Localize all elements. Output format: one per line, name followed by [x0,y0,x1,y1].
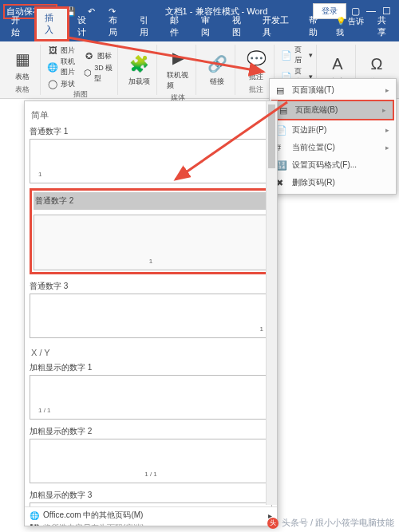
links-button[interactable]: 🔗链接 [203,51,231,89]
page-bottom-icon: ▤ [279,105,290,116]
submenu-page-top[interactable]: ▤页面顶端(T)▸ [270,81,396,99]
ribbon-tabs: 开始 插入 设计 布局 引用 邮件 审阅 视图 开发工具 帮助 💡 告诉我 共享 [0,22,399,41]
omega-icon: Ω [365,53,388,75]
watermark: 头 头条号 / 跟小小筱学电脑技能 [267,517,394,529]
shapes-button[interactable]: ◯形状 [47,78,81,89]
group-media: ▶联机视频 媒体 [160,45,196,95]
header-button[interactable]: 📄页眉 ▾ [281,45,313,65]
gallery-save-selection[interactable]: 💾将所选内容另存为页码(底端) [30,522,272,526]
pictures-button[interactable]: 🖼图片 [47,45,81,56]
online-pictures-button[interactable]: 🌐联机图片 [47,57,81,77]
gallery-scrollbar[interactable] [266,101,277,505]
submenu-format-page-numbers[interactable]: 🔢设置页码格式(F)... [270,156,396,174]
3d-model-button[interactable]: ⬡3D 模型 [84,63,114,84]
tab-layout[interactable]: 布局 [101,11,132,41]
tab-view[interactable]: 视图 [224,11,255,41]
group-addins: 🧩加载项 [121,45,157,95]
gallery-footer: 🌐Office.com 中的其他页码(M)▸ 💾将所选内容另存为页码(底端) [25,506,277,526]
gallery-item-simple-1[interactable]: 普通数字 1 1 [30,124,272,183]
group-links: 🔗链接 [200,45,235,95]
submenu-current-position[interactable]: #当前位置(C)▸ [270,139,396,156]
page-number-gallery: 简单 普通数字 1 1 普通数字 2 1 普通数字 3 1 X / Y 加粗显示… [24,100,278,526]
gallery-item-bold-2[interactable]: 加粗显示的数字 2 1 / 1 [30,424,272,483]
tab-home[interactable]: 开始 [3,11,34,41]
tab-mailings[interactable]: 邮件 [162,11,193,41]
gallery-section-xy: X / Y [30,343,272,361]
shapes-icon: ◯ [47,78,58,89]
online-picture-icon: 🌐 [47,61,58,73]
chevron-right-icon: ▸ [382,106,386,114]
submenu-remove-page-numbers[interactable]: ✖删除页码(R) [270,174,396,191]
chevron-right-icon: ▸ [385,144,389,152]
gallery-section-simple: 简单 [30,104,272,124]
icons-icon: ✪ [84,51,95,62]
preview: 1 / 1 [30,375,272,420]
gallery-item-bold-3[interactable]: 加粗显示的数字 3 1 / 1 [30,488,272,506]
comments-button[interactable]: 💬批注 [242,46,271,84]
chevron-right-icon: ▸ [385,126,389,134]
online-video-button[interactable]: ▶联机视频 [164,45,192,93]
comment-icon: 💬 [245,48,267,70]
tab-help[interactable]: 帮助 [301,11,332,41]
3d-icon: ⬡ [84,68,93,79]
current-pos-icon: # [276,143,287,152]
tab-developer[interactable]: 开发工具 [255,11,300,41]
picture-icon: 🖼 [47,45,58,56]
gallery-more-office[interactable]: 🌐Office.com 中的其他页码(M)▸ [30,510,272,521]
submenu-page-bottom[interactable]: ▤页面底端(B)▸ [271,100,394,120]
submenu-page-margins[interactable]: 📄页边距(P)▸ [270,121,396,139]
office-icon: 🌐 [30,511,39,520]
table-icon: ▦ [11,48,34,70]
group-illustrations: 🖼图片 🌐联机图片 ◯形状 ✪图标 ⬡3D 模型 插图 [44,45,118,95]
share-button[interactable]: 共享 [371,11,399,41]
gallery-item-simple-3[interactable]: 普通数字 3 1 [30,279,272,338]
gallery-scroll[interactable]: 简单 普通数字 1 1 普通数字 2 1 普通数字 3 1 X / Y 加粗显示… [25,101,277,506]
gallery-item-simple-2[interactable]: 普通数字 2 1 [30,188,272,274]
textbox-icon: A [326,53,349,75]
tables-button[interactable]: ▦ 表格 [8,46,37,84]
page-top-icon: ▤ [276,85,287,96]
icons-button[interactable]: ✪图标 [84,51,114,62]
tab-references[interactable]: 引用 [132,11,163,41]
page-margin-icon: 📄 [276,125,287,136]
addins-button[interactable]: 🧩加载项 [124,51,153,89]
preview: 1 [30,294,272,338]
tab-insert[interactable]: 插入 [34,6,70,41]
tab-review[interactable]: 审阅 [193,11,224,41]
link-icon: 🔗 [206,53,228,75]
watermark-logo-icon: 头 [267,518,279,529]
gallery-item-bold-1[interactable]: 加粗显示的数字 1 1 / 1 [30,361,272,420]
preview: 1 [30,139,272,183]
group-tables: ▦ 表格 表格 [5,45,41,95]
save-icon: 💾 [30,524,39,527]
header-icon: 📄 [281,49,292,61]
page-number-submenu: ▤页面顶端(T)▸ ▤页面底端(B)▸ 📄页边距(P)▸ #当前位置(C)▸ 🔢… [269,78,397,195]
chevron-right-icon: ▸ [385,86,389,94]
video-icon: ▶ [167,46,189,69]
tab-design[interactable]: 设计 [69,11,101,41]
addin-icon: 🧩 [128,53,150,75]
preview: 1 / 1 [30,439,272,483]
preview: 1 [34,215,268,270]
remove-icon: ✖ [276,178,287,188]
tell-me-box[interactable]: 💡 告诉我 [331,13,371,41]
format-icon: 🔢 [276,160,287,171]
